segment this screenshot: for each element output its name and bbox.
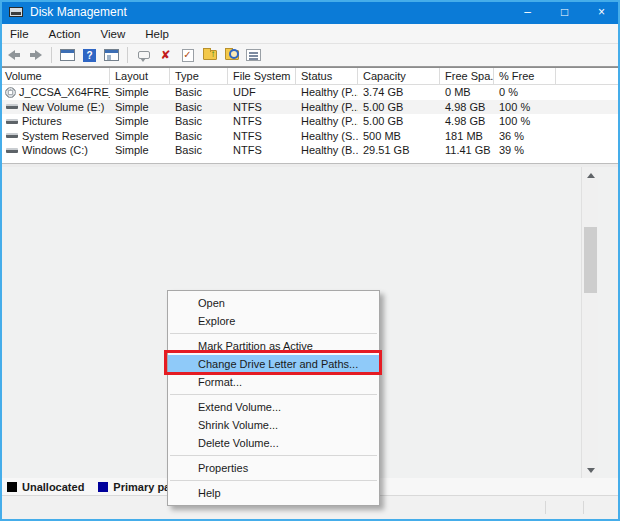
table-row[interactable]: System Reserved Simple Basic NTFS Health… <box>0 129 620 144</box>
column-status[interactable]: Status <box>296 68 358 84</box>
column-pct-free[interactable]: % Free <box>494 68 556 84</box>
table-row[interactable]: New Volume (E:) Simple Basic NTFS Health… <box>0 100 620 115</box>
menu-item-delete-volume[interactable]: Delete Volume... <box>168 434 379 452</box>
drive-icon <box>6 119 18 124</box>
unallocated-swatch <box>7 482 17 492</box>
menu-item-format[interactable]: Format... <box>168 373 379 391</box>
pane-splitter[interactable] <box>0 163 620 167</box>
column-capacity[interactable]: Capacity <box>358 68 440 84</box>
drive-icon <box>6 148 18 153</box>
forward-arrow-icon[interactable] <box>27 47 44 64</box>
table-row[interactable]: Pictures Simple Basic NTFS Healthy (P...… <box>0 114 620 129</box>
disc-icon <box>5 87 16 98</box>
maximize-button[interactable]: □ <box>546 0 583 24</box>
column-type[interactable]: Type <box>170 68 228 84</box>
console-window-icon[interactable] <box>59 47 76 64</box>
table-row[interactable]: J_CCSA_X64FRE_E... Simple Basic UDF Heal… <box>0 85 620 100</box>
volume-list-header: Volume Layout Type File System Status Ca… <box>0 68 620 85</box>
legend-unallocated-label: Unallocated <box>22 481 84 493</box>
close-button[interactable]: × <box>583 0 620 24</box>
folder-search-icon[interactable] <box>223 47 240 64</box>
menu-item-extend-volume[interactable]: Extend Volume... <box>168 398 379 416</box>
folder-up-icon[interactable] <box>201 47 218 64</box>
menu-separator <box>170 333 377 334</box>
console-tree-icon[interactable] <box>103 47 120 64</box>
check-list-icon[interactable]: ✓ <box>179 47 196 64</box>
menu-view[interactable]: View <box>91 28 136 40</box>
menu-file[interactable]: File <box>0 28 39 40</box>
drive-icon <box>6 133 18 138</box>
menu-item-open[interactable]: Open <box>168 294 379 312</box>
status-divider <box>545 501 546 514</box>
scroll-up-button[interactable] <box>582 167 599 183</box>
menu-separator <box>170 480 377 481</box>
toolbar-separator <box>127 47 128 63</box>
scroll-down-button[interactable] <box>582 462 599 478</box>
back-arrow-icon[interactable] <box>5 47 22 64</box>
menu-bar: File Action View Help <box>0 24 620 44</box>
menu-separator <box>170 455 377 456</box>
menu-help[interactable]: Help <box>135 28 179 40</box>
status-divider <box>583 501 584 514</box>
menu-item-change-drive-letter[interactable]: Change Drive Letter and Paths... <box>168 355 379 373</box>
menu-item-explore[interactable]: Explore <box>168 312 379 330</box>
vertical-scrollbar[interactable] <box>581 167 598 478</box>
scrollbar-thumb[interactable] <box>584 227 597 293</box>
menu-item-properties[interactable]: Properties <box>168 459 379 477</box>
column-volume[interactable]: Volume <box>0 68 110 84</box>
column-free-space[interactable]: Free Spa... <box>440 68 494 84</box>
context-menu: Open Explore Mark Partition as Active Ch… <box>167 290 380 506</box>
table-row[interactable]: Windows (C:) Simple Basic NTFS Healthy (… <box>0 143 620 158</box>
properties-icon[interactable] <box>245 47 262 64</box>
minimize-button[interactable]: – <box>509 0 546 24</box>
menu-action[interactable]: Action <box>39 28 91 40</box>
toolbar-separator <box>51 47 52 63</box>
app-drive-icon <box>9 7 23 17</box>
column-layout[interactable]: Layout <box>110 68 170 84</box>
menu-separator <box>170 394 377 395</box>
toolbar: ? ✘ ✓ <box>0 44 620 67</box>
callout-icon[interactable] <box>135 47 152 64</box>
menu-item-mark-partition-active[interactable]: Mark Partition as Active <box>168 337 379 355</box>
column-filler <box>556 68 620 84</box>
primary-partition-swatch <box>98 482 108 492</box>
volume-list: Volume Layout Type File System Status Ca… <box>0 67 620 163</box>
drive-icon <box>6 104 18 109</box>
disk-management-window: Disk Management – □ × File Action View H… <box>0 0 620 521</box>
help-icon[interactable]: ? <box>81 47 98 64</box>
column-file-system[interactable]: File System <box>228 68 296 84</box>
menu-item-help[interactable]: Help <box>168 484 379 502</box>
window-title: Disk Management <box>30 5 127 19</box>
delete-volume-icon[interactable]: ✘ <box>157 47 174 64</box>
title-bar: Disk Management – □ × <box>0 0 620 24</box>
menu-item-shrink-volume[interactable]: Shrink Volume... <box>168 416 379 434</box>
